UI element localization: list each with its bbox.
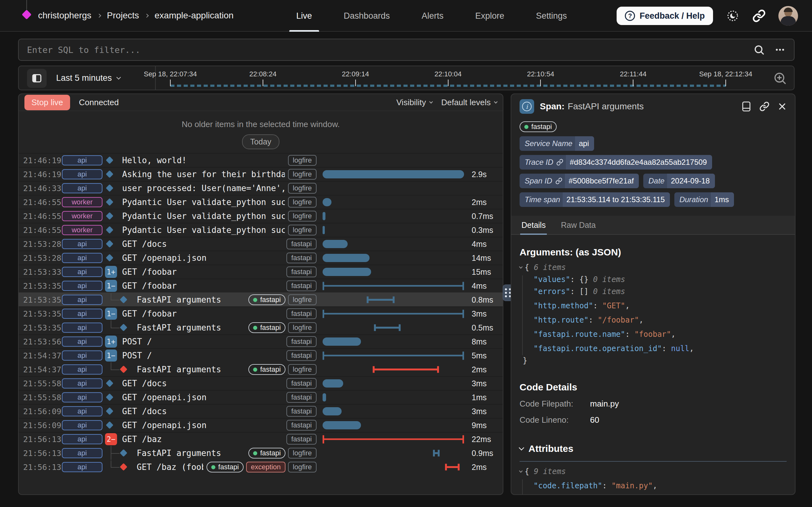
service-badge-worker[interactable]: worker [62,197,102,207]
tag-fastapi[interactable]: fastapi [248,322,286,333]
tag-logfire[interactable]: logfire [288,183,316,193]
sql-filter-input[interactable] [27,45,753,55]
theme-toggle-icon[interactable] [726,9,740,23]
tag-fastapi[interactable]: fastapi [287,280,316,291]
tag-fastapi[interactable]: fastapi [287,420,316,431]
log-row[interactable]: 21:54:37apiFastAPI argumentsfastapilogfi… [19,362,503,376]
tag-fastapi[interactable]: fastapi [248,364,286,375]
log-row[interactable]: 21:56:09apiGET /openapi.jsonfastapi9ms [19,418,503,432]
expand-toggle[interactable]: 1+ [105,336,117,348]
chevron-down-icon[interactable] [519,265,522,268]
service-badge-api[interactable]: api [62,337,102,347]
tag-fastapi[interactable]: fastapi [287,239,316,249]
tag-fastapi[interactable]: fastapi [287,392,316,403]
chevron-down-icon[interactable] [519,445,524,451]
today-button[interactable]: Today [242,134,280,149]
log-row[interactable]: 21:46:19apiHello, world!logfire [19,153,503,167]
log-row[interactable]: 21:53:35api1−GET /foobarfastapi3ms [19,306,503,320]
log-row[interactable]: 21:53:35apiFastAPI argumentsfastapilogfi… [19,320,503,334]
service-badge-worker[interactable]: worker [62,225,102,235]
service-badge-api[interactable]: api [62,434,102,444]
log-row[interactable]: 21:53:28apiGET /openapi.jsonfastapi14ms [19,250,503,265]
service-badge-api[interactable]: api [62,350,102,360]
tag-fastapi[interactable]: fastapi [287,252,316,263]
expand-toggle[interactable]: 1+ [105,266,117,278]
log-row[interactable]: 21:53:33api1+GET /foobarfastapi15ms [19,265,503,279]
log-row[interactable]: 21:46:33apiuser processed: User(name='An… [19,181,503,195]
tag-fastapi[interactable]: fastapi [287,350,316,361]
service-badge-api[interactable]: api [62,253,102,263]
service-badge-api[interactable]: api [62,239,102,249]
share-link-icon[interactable] [752,9,766,22]
tag-logfire[interactable]: logfire [288,155,316,166]
copy-link-icon[interactable] [759,101,769,112]
log-row[interactable]: 21:55:58apiGET /openapi.jsonfastapi1ms [19,390,503,404]
log-row[interactable]: 21:53:35api1−GET /foobarfastapi4ms [19,279,503,292]
log-row[interactable]: 21:53:35apiFastAPI argumentsfastapilogfi… [19,292,503,306]
service-badge-api[interactable]: api [62,308,102,319]
expand-toggle[interactable]: 1− [105,308,117,320]
service-badge-api[interactable]: api [62,155,102,165]
tab-explore[interactable]: Explore [471,0,509,32]
log-row[interactable]: 21:54:37api1−POST /fastapi5ms [19,348,503,362]
detail-tab-details[interactable]: Details [520,216,547,235]
open-drawer-icon[interactable] [742,101,751,112]
tag-fastapi[interactable]: fastapi [287,378,316,389]
chip-span-id[interactable]: Span ID#5008bce5f7fe21af [519,174,639,188]
tag-fastapi[interactable]: fastapi [287,406,316,417]
log-row[interactable]: 21:56:09apiGET /docsfastapi3ms [19,404,503,418]
tag-logfire[interactable]: logfire [288,225,316,235]
zoom-in-icon[interactable] [773,71,787,85]
service-badge-api[interactable]: api [62,267,102,277]
time-range-selector[interactable]: Last 5 minutes [56,66,120,90]
service-badge-api[interactable]: api [62,378,102,389]
expand-toggle[interactable]: 2− [105,433,117,445]
close-icon[interactable] [778,102,786,111]
service-badge-api[interactable]: api [62,364,102,375]
service-badge-api[interactable]: api [62,295,102,305]
service-badge-worker[interactable]: worker [62,211,102,221]
search-icon[interactable] [753,44,765,55]
stop-live-button[interactable]: Stop live [24,95,70,110]
service-badge-api[interactable]: api [62,420,102,430]
log-row[interactable]: 21:46:19apiAsking the user for their bir… [19,167,503,181]
service-badge-api[interactable]: api [62,392,102,402]
tag-fastapi[interactable]: fastapi [287,267,316,277]
user-avatar[interactable] [778,6,798,26]
visibility-dropdown[interactable]: Visibility [396,98,432,107]
tag-logfire[interactable]: logfire [288,322,316,333]
tag-fastapi[interactable]: fastapi [206,462,244,472]
tag-fastapi[interactable]: fastapi [287,336,316,347]
service-badge-api[interactable]: api [62,462,102,472]
default-levels-dropdown[interactable]: Default levels [441,98,497,107]
chip-trace-id[interactable]: Trace ID#d834c3374dd6fa2e4aa82a55ab21750… [519,155,712,170]
breadcrumb-item[interactable]: Projects [107,10,139,20]
tag-logfire[interactable]: logfire [288,294,316,305]
log-row[interactable]: 21:56:13apiFastAPI argumentsfastapilogfi… [19,446,503,460]
tag-logfire[interactable]: logfire [288,364,316,375]
breadcrumb-item[interactable]: christophergs [38,10,91,20]
tab-alerts[interactable]: Alerts [417,0,448,32]
service-badge-api[interactable]: api [62,169,102,179]
tab-dashboards[interactable]: Dashboards [339,0,395,32]
detail-tab-raw-data[interactable]: Raw Data [560,216,597,234]
service-badge-api[interactable]: api [62,323,102,333]
log-row[interactable]: 21:55:58apiGET /docsfastapi3ms [19,376,503,390]
tag-fastapi[interactable]: fastapi [519,121,557,132]
service-badge-api[interactable]: api [62,281,102,291]
log-row[interactable]: 21:46:55workerPydantic User validate_pyt… [19,209,503,223]
tag-logfire[interactable]: logfire [288,462,316,472]
log-row[interactable]: 21:53:28apiGET /docsfastapi4ms [19,237,503,250]
service-badge-api[interactable]: api [62,406,102,416]
service-badge-api[interactable]: api [62,448,102,458]
log-row[interactable]: 21:53:56api1+POST /fastapi8ms [19,334,503,348]
tag-logfire[interactable]: logfire [288,211,316,222]
log-row[interactable]: 21:46:55workerPydantic User validate_pyt… [19,195,503,209]
tab-live[interactable]: Live [292,0,316,32]
log-row[interactable]: 21:46:55workerPydantic User validate_pyt… [19,223,503,237]
tag-logfire[interactable]: logfire [288,197,316,208]
service-badge-api[interactable]: api [62,183,102,193]
log-row[interactable]: 21:56:13apiGET /baz (foobar)fastapiexcep… [19,460,503,474]
tag-fastapi[interactable]: fastapi [287,308,316,319]
expand-toggle[interactable]: 1− [105,280,117,292]
